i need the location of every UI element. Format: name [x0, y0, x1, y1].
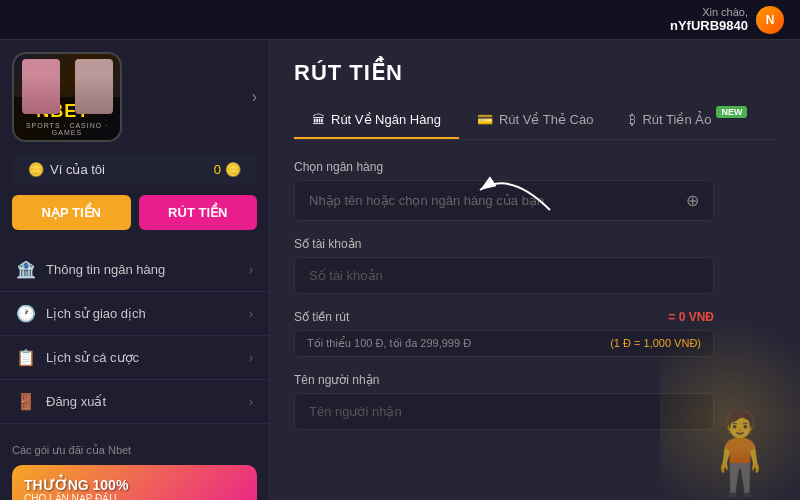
select-icon: ⊕	[686, 191, 699, 210]
promo-sub: CHO LẦN NẠP ĐẦU	[24, 493, 117, 500]
withdraw-button[interactable]: RÚT TIỀN	[139, 195, 258, 230]
sidebar-toggle-arrow[interactable]: ›	[252, 88, 257, 106]
action-buttons: NẠP TIỀN RÚT TIỀN	[0, 185, 269, 240]
history-icon: 🕐	[16, 304, 36, 323]
recipient-group: Tên người nhận Tên người nhận	[294, 373, 714, 430]
sidebar-item-logout[interactable]: 🚪 Đăng xuất ›	[0, 380, 269, 424]
recipient-label: Tên người nhận	[294, 373, 714, 387]
amount-value: = 0 VNĐ	[668, 310, 714, 324]
menu-logout-label: Đăng xuất	[46, 394, 106, 409]
bank-icon: 🏦	[16, 260, 36, 279]
new-badge: NEW	[716, 106, 747, 118]
tab-bank-withdraw[interactable]: 🏛 Rút Về Ngân Hàng	[294, 102, 459, 139]
amount-hint: Tối thiểu 100 Đ, tối đa 299,999 Đ (1 Đ =…	[294, 330, 714, 357]
logo-section: NBET© SPORTS · CASINO · GAMES ›	[0, 40, 269, 154]
promo-banner[interactable]: THƯỞNG 100% CHO LẦN NẠP ĐẦU	[12, 465, 257, 500]
user-info: Xin chào, nYfURB9840 N	[670, 6, 784, 34]
tab-crypto-withdraw[interactable]: ₿ Rút Tiền Ảo NEW	[611, 102, 751, 139]
figure-right	[75, 59, 113, 114]
top-bar: Xin chào, nYfURB9840 N	[0, 0, 800, 40]
page-title: RÚT TIỀN	[294, 60, 776, 86]
recipient-input[interactable]: Tên người nhận	[294, 393, 714, 430]
wallet-label: 🪙 Ví của tôi	[28, 162, 105, 177]
tab-card-withdraw[interactable]: 💳 Rút Về Thẻ Cào	[459, 102, 612, 139]
sidebar-item-bank-info[interactable]: 🏦 Thông tin ngân hàng ›	[0, 248, 269, 292]
logo-tagline: SPORTS · CASINO · GAMES	[18, 122, 116, 136]
sidebar-item-bet-history[interactable]: 📋 Lịch sử cá cược ›	[0, 336, 269, 380]
bet-icon: 📋	[16, 348, 36, 367]
amount-row: Số tiền rút = 0 VNĐ	[294, 310, 714, 324]
chevron-right-icon-2: ›	[249, 307, 253, 321]
wallet-section: 🪙 Ví của tôi 0 🪙	[12, 154, 257, 185]
account-number-input[interactable]: Số tài khoản	[294, 257, 714, 294]
promo-section: Các gói ưu đãi của Nbet THƯỞNG 100% CHO …	[0, 432, 269, 500]
card-tab-icon: 💳	[477, 112, 493, 127]
logout-icon: 🚪	[16, 392, 36, 411]
chevron-right-icon: ›	[249, 263, 253, 277]
sidebar-item-transaction-history[interactable]: 🕐 Lịch sử giao dịch ›	[0, 292, 269, 336]
bank-label: Chọn ngân hàng	[294, 160, 714, 174]
avatar[interactable]: N	[756, 6, 784, 34]
chevron-right-icon-3: ›	[249, 351, 253, 365]
figure-left	[22, 59, 60, 114]
tabs: 🏛 Rút Về Ngân Hàng 💳 Rút Về Thẻ Cào ₿ Rú…	[294, 102, 776, 140]
menu-bet-label: Lịch sử cá cược	[46, 350, 139, 365]
amount-hint-right: (1 Đ = 1,000 VNĐ)	[610, 337, 701, 350]
bank-tab-icon: 🏛	[312, 112, 325, 127]
logo-image: NBET© SPORTS · CASINO · GAMES	[12, 52, 122, 142]
promo-title: THƯỞNG 100%	[24, 477, 128, 493]
amount-hint-left: Tối thiểu 100 Đ, tối đa 299,999 Đ	[307, 337, 471, 350]
promo-section-label: Các gói ưu đãi của Nbet	[12, 444, 257, 457]
crypto-tab-icon: ₿	[629, 112, 636, 127]
username-text: nYfURB9840	[670, 18, 748, 33]
coin-icon: 🪙	[225, 162, 241, 177]
tab-card-label: Rút Về Thẻ Cào	[499, 112, 594, 127]
account-label: Số tài khoản	[294, 237, 714, 251]
wallet-icon: 🪙	[28, 162, 44, 177]
greeting-text: Xin chào,	[670, 6, 748, 18]
withdraw-form: Chọn ngân hàng Nhập tên hoặc chọn ngân h…	[294, 160, 714, 430]
bank-placeholder-text: Nhập tên hoặc chọn ngân hàng của bạn	[309, 193, 544, 208]
bank-select-group: Chọn ngân hàng Nhập tên hoặc chọn ngân h…	[294, 160, 714, 221]
wallet-balance: 0 🪙	[214, 162, 241, 177]
menu-transaction-label: Lịch sử giao dịch	[46, 306, 146, 321]
account-placeholder-text: Số tài khoản	[309, 268, 383, 283]
tab-crypto-label: Rút Tiền Ảo	[642, 112, 711, 127]
sidebar-menu: 🏦 Thông tin ngân hàng › 🕐 Lịch sử giao d…	[0, 240, 269, 432]
amount-label: Số tiền rút	[294, 310, 349, 324]
sidebar: NBET© SPORTS · CASINO · GAMES › 🪙 Ví của…	[0, 40, 270, 500]
chevron-right-icon-4: ›	[249, 395, 253, 409]
menu-bank-label: Thông tin ngân hàng	[46, 262, 165, 277]
amount-group: Số tiền rút = 0 VNĐ Tối thiểu 100 Đ, tối…	[294, 310, 714, 357]
bank-select[interactable]: Nhập tên hoặc chọn ngân hàng của bạn ⊕	[294, 180, 714, 221]
tab-bank-label: Rút Về Ngân Hàng	[331, 112, 441, 127]
account-number-group: Số tài khoản Số tài khoản	[294, 237, 714, 294]
main-content: RÚT TIỀN 🏛 Rút Về Ngân Hàng 💳 Rút Về Thẻ…	[270, 40, 800, 500]
main-layout: NBET© SPORTS · CASINO · GAMES › 🪙 Ví của…	[0, 40, 800, 500]
deposit-button[interactable]: NẠP TIỀN	[12, 195, 131, 230]
recipient-placeholder-text: Tên người nhận	[309, 404, 402, 419]
